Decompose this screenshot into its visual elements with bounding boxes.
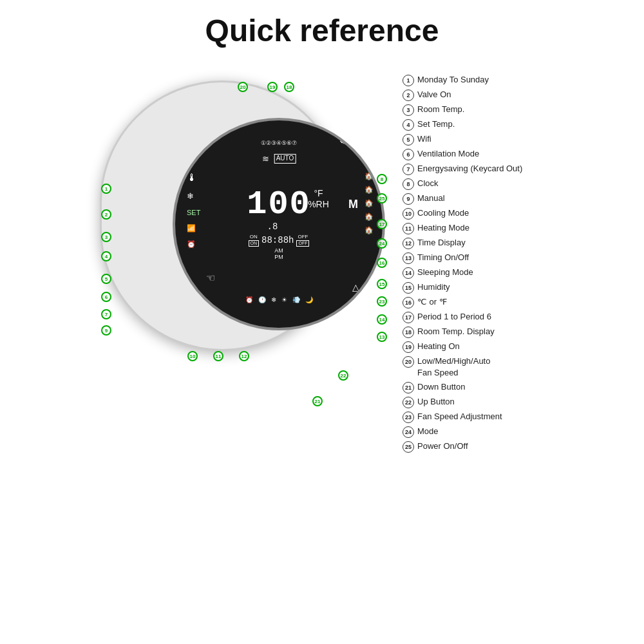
legend-item-23: 23Fan Speed Adjustment	[402, 411, 583, 423]
legend-text-12: Time Display	[417, 237, 583, 249]
legend-item-7: 7Energysaving (Keycard Out)	[402, 163, 583, 175]
legend-text-14: Sleeping Mode	[417, 267, 583, 278]
legend-item-12: 12Time Display	[402, 237, 583, 249]
legend-item-5: 5Wifi	[402, 133, 583, 146]
lcd-main-value: 100	[247, 188, 311, 222]
legend-item-21: 21Down Button	[402, 381, 583, 393]
legend-item-1: 1Monday To Sunday	[402, 74, 583, 86]
legend-text-9: Manual	[417, 193, 583, 204]
annotation-5: 5	[101, 274, 111, 284]
legend-item-15: 15Humidity	[402, 281, 583, 294]
bottom-icons: ⏰ 🕐 ❄ ☀ 💨 🌙	[245, 296, 313, 303]
legend-number-14: 14	[402, 267, 414, 279]
legend-text-3: Room Temp.	[417, 104, 583, 115]
power-icon: ⏻	[339, 132, 350, 146]
lcd-time: 88:88h	[261, 235, 294, 245]
arrow-down-icon: ▽	[352, 297, 359, 307]
legend-text-23: Fan Speed Adjustment	[417, 411, 583, 422]
annotation-12: 12	[239, 351, 249, 361]
legend-item-25: 25Power On/Off	[402, 440, 583, 453]
legend-text-15: Humidity	[417, 281, 583, 293]
legend-text-1: Monday To Sunday	[417, 74, 583, 86]
legend-text-5: Wifi	[417, 133, 583, 145]
legend-text-21: Down Button	[417, 381, 583, 393]
legend-text-8: Clock	[417, 178, 583, 189]
legend-item-24: 24Mode	[402, 426, 583, 438]
legend-item-9: 9Manual	[402, 193, 583, 205]
legend-number-12: 12	[402, 238, 414, 249]
legend-text-11: Heating Mode	[417, 222, 583, 234]
annotation-8: 8	[377, 174, 387, 184]
legend-number-11: 11	[402, 223, 414, 234]
annotation-4: 4	[101, 251, 111, 261]
legend-number-6: 6	[402, 149, 414, 160]
legend-item-16: 16℃ or ℉	[402, 296, 583, 308]
annotation-7: 7	[101, 309, 111, 319]
legend-item-14: 14Sleeping Mode	[402, 267, 583, 279]
touch-icon: ☜	[206, 272, 215, 284]
legend-number-18: 18	[402, 327, 414, 338]
annotation-13: 13	[377, 332, 387, 342]
legend-number-16: 16	[402, 297, 414, 308]
legend-text-17: Period 1 to Period 6	[417, 311, 583, 323]
legend-item-22: 22Up Button	[402, 396, 583, 408]
legend-number-3: 3	[402, 104, 414, 116]
legend-text-22: Up Button	[417, 396, 583, 408]
legend-item-4: 4Set Temp.	[402, 118, 583, 131]
legend-number-9: 9	[402, 193, 414, 205]
legend-text-2: Valve On	[417, 89, 583, 100]
legend-number-2: 2	[402, 90, 414, 101]
annotation-9: 9	[101, 325, 111, 336]
legend-panel: 1Monday To Sunday2Valve On3Room Temp.4Se…	[396, 61, 583, 455]
legend-item-3: 3Room Temp.	[402, 104, 583, 116]
legend-number-1: 1	[402, 75, 414, 86]
legend-text-16: ℃ or ℉	[417, 296, 583, 308]
legend-number-23: 23	[402, 412, 414, 423]
left-icons: 🌡 ❄ SET 📶 ⏰	[187, 172, 200, 249]
legend-text-4: Set Temp.	[417, 118, 583, 130]
legend-item-17: 17Period 1 to Period 6	[402, 311, 583, 323]
legend-number-17: 17	[402, 312, 414, 323]
legend-number-5: 5	[402, 134, 414, 146]
legend-item-2: 2Valve On	[402, 89, 583, 101]
fan-icons-row: ≋AUTO	[262, 154, 296, 164]
annotation-2: 2	[101, 209, 111, 220]
display-icons-top: ①②③④⑤⑥⑦	[261, 140, 297, 146]
legend-number-13: 13	[402, 252, 414, 264]
annotation-3: 3	[101, 232, 111, 242]
legend-number-7: 7	[402, 164, 414, 175]
thermostat-diagram: ⏻ M ①②③④⑤⑥⑦ ≋AUTO 🌡 ❄ SET 📶 ⏰	[61, 61, 396, 564]
legend-number-22: 22	[402, 397, 414, 408]
device-display: ⏻ M ①②③④⑤⑥⑦ ≋AUTO 🌡 ❄ SET 📶 ⏰	[173, 118, 385, 330]
annotation-17: 17	[377, 219, 387, 229]
arrow-up-icon: △	[352, 282, 359, 292]
legend-item-8: 8Clock	[402, 178, 583, 190]
legend-number-24: 24	[402, 426, 414, 438]
annotation-21: 21	[312, 396, 323, 406]
legend-text-25: Power On/Off	[417, 440, 583, 452]
legend-text-19: Heating On	[417, 341, 583, 352]
annotation-24: 24	[377, 238, 387, 249]
annotation-6: 6	[101, 292, 111, 302]
legend-text-6: Ventilation Mode	[417, 148, 583, 160]
legend-item-13: 13Timing On/Off	[402, 252, 583, 264]
annotation-25: 25	[377, 193, 387, 204]
annotation-23: 23	[377, 296, 387, 307]
legend-text-18: Room Temp. Display	[417, 326, 583, 337]
annotation-15: 15	[377, 279, 387, 289]
lcd-display: 100 °F %RH .8 ON ON 88:88h	[227, 185, 330, 263]
right-schedule-icons: 🏠 🏠 🏠 🏠 🏠	[365, 172, 374, 234]
annotation-22: 22	[338, 370, 348, 381]
annotation-19: 19	[267, 82, 278, 92]
legend-number-8: 8	[402, 178, 414, 190]
legend-text-10: Cooling Mode	[417, 207, 583, 219]
legend-number-25: 25	[402, 441, 414, 453]
annotation-11: 11	[213, 351, 223, 361]
legend-number-20: 20	[402, 356, 414, 368]
m-label: M	[348, 198, 358, 211]
legend-text-24: Mode	[417, 426, 583, 437]
annotation-10: 10	[187, 351, 198, 361]
legend-text-7: Energysaving (Keycard Out)	[417, 163, 583, 175]
legend-item-20: 20Low/Med/High/AutoFan Speed	[402, 355, 583, 379]
annotation-16: 16	[377, 258, 387, 268]
